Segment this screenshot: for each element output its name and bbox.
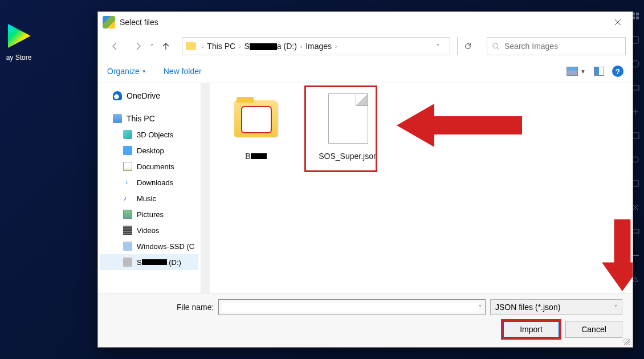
new-folder-button[interactable]: New folder xyxy=(164,67,202,76)
search-icon xyxy=(492,42,500,50)
help-button[interactable]: ? xyxy=(612,66,623,77)
music-icon: ♪ xyxy=(123,194,132,203)
search-input[interactable] xyxy=(504,42,621,51)
filename-label: File name: xyxy=(177,303,214,312)
nav-tree[interactable]: OneDrive This PC 3D Objects Desktop Docu… xyxy=(98,83,201,293)
folder-item[interactable]: B xyxy=(221,90,291,161)
sidebar-item-this-pc[interactable]: This PC xyxy=(100,111,198,127)
play-store-icon xyxy=(5,22,33,50)
body-area: OneDrive This PC 3D Objects Desktop Docu… xyxy=(98,83,633,293)
sidebar-item-ssd[interactable]: Windows-SSD (C xyxy=(100,238,198,254)
downloads-icon xyxy=(123,178,132,187)
sidebar-item-pictures[interactable]: Pictures xyxy=(100,206,198,222)
file-item-json[interactable]: SOS_Super.json xyxy=(313,90,383,161)
drive-icon xyxy=(123,242,132,251)
annotation-arrow-left xyxy=(397,100,522,150)
breadcrumb-segment[interactable]: This PC xyxy=(206,42,237,51)
svg-marker-0 xyxy=(8,24,31,48)
chevron-down-icon: ▼ xyxy=(580,68,586,75)
preview-pane-button[interactable] xyxy=(594,67,604,76)
refresh-icon xyxy=(464,42,472,50)
sidebar-item-music[interactable]: ♪ Music xyxy=(100,190,198,206)
chevron-right-icon: › xyxy=(202,43,203,50)
drive-icon xyxy=(123,258,132,267)
sidebar-item-3d-objects[interactable]: 3D Objects xyxy=(100,127,198,142)
chevron-right-icon: › xyxy=(335,43,337,50)
nav-back[interactable] xyxy=(108,39,122,53)
sidebar-item-documents[interactable]: Documents xyxy=(100,158,198,174)
import-button[interactable]: Import xyxy=(503,321,560,338)
filename-input[interactable] xyxy=(222,303,479,312)
cube-icon xyxy=(123,130,132,139)
videos-icon xyxy=(123,226,132,235)
chevron-down-icon: ▼ xyxy=(142,69,146,74)
nav-forward[interactable] xyxy=(131,39,145,53)
sidebar-item-downloads[interactable]: Downloads xyxy=(100,174,198,190)
computer-icon xyxy=(113,114,122,123)
view-mode-button[interactable]: ▼ xyxy=(566,67,586,76)
onedrive-icon xyxy=(113,91,122,100)
svg-rect-6 xyxy=(633,181,638,186)
thumbnail-view-icon xyxy=(566,67,578,76)
arrow-up-icon xyxy=(161,42,170,51)
chevron-right-icon: › xyxy=(239,43,241,50)
chevron-right-icon: › xyxy=(300,43,302,50)
chevron-down-icon[interactable]: ˅ xyxy=(479,304,482,311)
chevron-down-icon: ˅ xyxy=(614,304,617,311)
folder-icon xyxy=(234,100,278,137)
close-icon xyxy=(614,19,621,26)
sidebar-item-onedrive[interactable]: OneDrive xyxy=(100,88,198,104)
sidebar-item-videos[interactable]: Videos xyxy=(100,222,198,238)
filetype-filter[interactable]: JSON files (*.json) ˅ xyxy=(490,299,622,315)
svg-marker-10 xyxy=(602,219,633,291)
file-icon xyxy=(328,93,368,144)
dialog-footer: File name: ˅ JSON files (*.json) ˅ Impor… xyxy=(98,293,633,347)
file-label: SOS_Super.json xyxy=(319,152,378,161)
file-list[interactable]: B SOS_Super.json xyxy=(210,83,633,293)
cancel-button[interactable]: Cancel xyxy=(565,321,622,338)
breadcrumb-segment[interactable]: Images xyxy=(304,42,333,51)
resize-grip[interactable] xyxy=(623,338,630,345)
filename-input-wrapper[interactable]: ˅ xyxy=(218,299,486,315)
svg-point-5 xyxy=(633,157,638,162)
refresh-button[interactable] xyxy=(457,37,478,55)
toolbar: Organize ▼ New folder ▼ ? xyxy=(98,60,633,83)
bluestacks-icon xyxy=(103,16,115,28)
breadcrumb-segment[interactable]: Sa (D:) xyxy=(243,42,297,51)
play-store-label: ay Store xyxy=(6,54,32,62)
arrow-right-icon xyxy=(133,42,142,51)
arrow-left-icon xyxy=(111,42,120,51)
folder-label: B xyxy=(245,152,266,161)
pictures-icon xyxy=(123,210,132,219)
folder-icon xyxy=(186,42,196,50)
titlebar: Select files xyxy=(98,12,633,32)
organize-button[interactable]: Organize ▼ xyxy=(107,67,146,76)
breadcrumb[interactable]: › This PC › Sa (D:) › Images › ˅ xyxy=(182,37,450,55)
sidebar-item-drive-d[interactable]: S (D:) xyxy=(100,254,198,270)
nav-up[interactable] xyxy=(159,39,173,53)
file-dialog: Select files ˅ › This PC › Sa (D:) › Ima… xyxy=(97,11,633,348)
nav-row: ˅ › This PC › Sa (D:) › Images › ˅ xyxy=(98,32,633,60)
annotation-arrow-down xyxy=(602,215,633,293)
dialog-title: Select files xyxy=(120,18,605,27)
close-button[interactable] xyxy=(605,13,630,31)
svg-point-8 xyxy=(493,43,498,48)
desktop-icon xyxy=(123,146,132,155)
sidebar-item-desktop[interactable]: Desktop xyxy=(100,142,198,158)
nav-history-drop[interactable]: ˅ xyxy=(150,43,153,50)
svg-marker-9 xyxy=(397,104,522,147)
svg-rect-1 xyxy=(633,36,638,43)
breadcrumb-dropdown[interactable]: ˅ xyxy=(431,43,445,50)
tree-scrollbar[interactable] xyxy=(201,83,210,293)
play-store-shortcut[interactable]: ay Store xyxy=(5,22,33,62)
search-box[interactable] xyxy=(487,37,626,55)
documents-icon xyxy=(123,162,132,171)
